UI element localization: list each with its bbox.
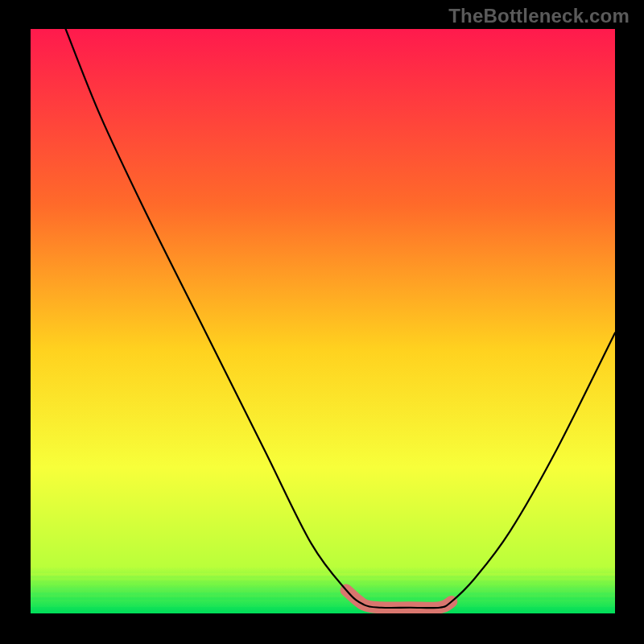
svg-rect-4 [31,592,615,595]
svg-rect-2 [31,583,615,585]
chart-stage: TheBottleneck.com [0,0,644,644]
chart-svg [31,29,615,613]
svg-rect-1 [31,578,615,580]
svg-rect-0 [31,573,615,576]
watermark-text: TheBottleneck.com [448,5,630,27]
svg-rect-6 [31,607,615,613]
plot-background [31,29,615,613]
plot-area [31,29,615,613]
svg-rect-3 [31,588,615,590]
svg-rect-5 [31,597,615,600]
bottom-bands [31,573,615,613]
